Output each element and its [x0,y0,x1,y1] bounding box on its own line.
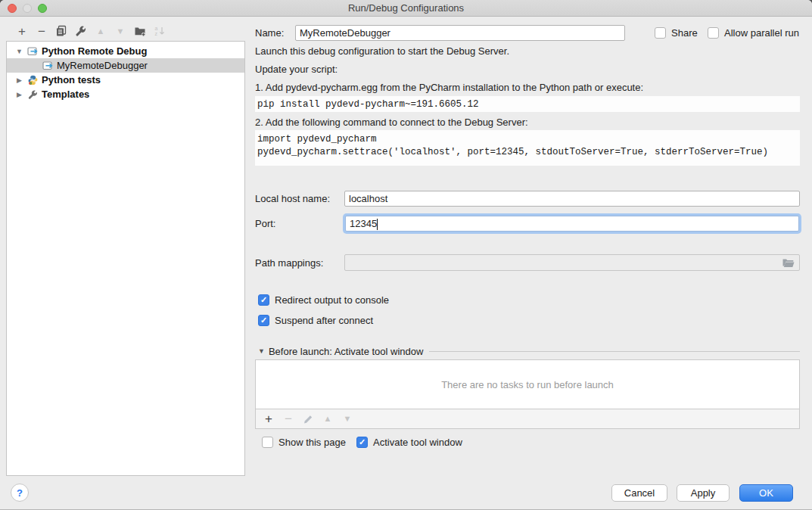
tree-item-label: MyRemoteDebugger [57,60,148,71]
path-mappings-field[interactable] [344,254,800,271]
up-arrow-icon: ▲ [97,27,105,36]
wrench-icon [75,25,87,37]
share-checkbox[interactable]: ✓ [655,27,666,39]
remove-task-button[interactable]: − [278,410,298,428]
pencil-icon [303,414,313,424]
cancel-button[interactable]: Cancel [611,484,667,502]
move-down-button[interactable]: ▼ [110,23,130,39]
before-launch-title: Before launch: Activate tool window [269,346,424,357]
sort-configurations-button[interactable]: a z [150,23,170,39]
check-icon: ✓ [260,296,267,304]
suspend-after-connect-checkbox[interactable]: ✓ [258,315,269,326]
up-arrow-icon: ▲ [324,415,332,423]
chevron-down-icon[interactable]: ▼ [15,48,23,55]
redirect-output-label: Redirect output to console [275,294,389,306]
plus-icon: + [265,412,272,425]
copy-icon [55,25,67,37]
share-label: Share [671,27,698,39]
add-configuration-button[interactable]: + [12,23,32,39]
help-icon: ? [17,487,23,499]
tree-item-label: Python tests [42,74,101,86]
allow-parallel-run-checkbox[interactable]: ✓ [708,27,719,39]
titlebar: Run/Debug Configurations [0,0,812,17]
update-script-text: Update your script: [255,64,338,75]
chevron-right-icon[interactable]: ▶ [15,76,23,84]
remove-configuration-button[interactable]: − [32,23,51,39]
before-launch-toolbar: + − ▲ ▼ [255,409,800,429]
port-input[interactable] [345,216,799,232]
tree-item-myremotedebugger[interactable]: MyRemoteDebugger [7,58,244,73]
suspend-after-connect-label: Suspend after connect [275,315,373,326]
configurations-toolbar: + − ▲ ▼ a z [12,23,170,39]
python-tests-icon [27,75,39,86]
svg-text:a: a [155,26,158,31]
new-folder-button[interactable] [130,23,150,39]
text-caret [377,219,378,230]
help-button[interactable]: ? [11,484,29,502]
configurations-tree: ▼ Python Remote Debug MyRemoteDebugger ▶ [6,41,245,476]
move-up-button[interactable]: ▲ [91,23,110,39]
name-label: Name: [255,27,284,39]
collapse-arrow-icon[interactable]: ▼ [258,347,265,355]
tree-item-label: Python Remote Debug [42,45,147,57]
name-input[interactable] [295,25,625,41]
new-folder-icon [134,25,147,37]
ok-button[interactable]: OK [739,484,793,502]
step2-text: 2. Add the following command to connect … [255,117,528,128]
svg-text:z: z [155,31,158,36]
redirect-output-checkbox[interactable]: ✓ [258,294,269,306]
description-text: Launch this debug configuration to start… [255,45,509,57]
move-task-up-button[interactable]: ▲ [318,410,338,428]
activate-tool-window-checkbox[interactable]: ✓ [356,437,368,448]
local-host-name-label: Local host name: [255,193,330,204]
move-task-down-button[interactable]: ▼ [338,410,357,428]
activate-tool-window-label: Activate tool window [373,437,462,448]
plus-icon: + [18,25,26,38]
apply-button[interactable]: Apply [677,484,730,502]
show-this-page-checkbox[interactable]: ✓ [262,437,273,448]
edit-defaults-button[interactable] [71,23,91,39]
down-arrow-icon: ▼ [117,27,125,36]
local-host-name-input[interactable] [344,191,800,207]
templates-wrench-icon [27,89,39,100]
edit-task-button[interactable] [298,410,318,428]
before-launch-section-header[interactable]: ▼ Before launch: Activate tool window [258,345,800,357]
apply-button-label: Apply [691,487,716,499]
pip-install-command: pip install pydevd-pycharm~=191.6605.12 [257,99,479,110]
tree-item-label: Templates [42,89,89,100]
path-mappings-label: Path mappings: [255,257,323,269]
minus-icon: − [38,25,45,38]
tree-item-python-tests[interactable]: ▶ Python tests [7,73,244,87]
check-icon: ✓ [260,316,267,325]
copy-configuration-button[interactable] [51,23,71,39]
allow-parallel-run-label: Allow parallel run [724,27,799,39]
run-config-icon [27,46,39,57]
sort-az-icon: a z [154,25,166,37]
check-icon: ✓ [359,438,366,446]
port-label: Port: [255,218,275,229]
empty-tasks-text: There are no tasks to run before launch [441,379,614,390]
down-arrow-icon: ▼ [344,415,352,423]
window-title: Run/Debug Configurations [0,2,812,14]
code-import-line: import pydevd_pycharm [257,133,800,146]
section-divider [429,351,800,352]
ok-button-label: OK [759,487,773,499]
show-this-page-label: Show this page [278,437,346,448]
browse-folder-icon[interactable] [782,257,795,268]
chevron-right-icon[interactable]: ▶ [15,91,23,98]
run-config-icon [42,61,54,71]
add-task-button[interactable]: + [259,410,278,428]
run-debug-configurations-dialog: Run/Debug Configurations + − ▲ ▼ [0,0,812,510]
tree-item-templates[interactable]: ▶ Templates [7,87,244,101]
code-settrace-line: pydevd_pycharm.settrace('localhost', por… [257,146,800,159]
minus-icon: − [285,412,292,425]
before-launch-task-list[interactable]: There are no tasks to run before launch [255,359,800,409]
step1-text: 1. Add pydevd-pycharm.egg from the PyCha… [255,82,643,93]
cancel-button-label: Cancel [624,487,655,499]
tree-item-python-remote-debug[interactable]: ▼ Python Remote Debug [7,44,244,58]
